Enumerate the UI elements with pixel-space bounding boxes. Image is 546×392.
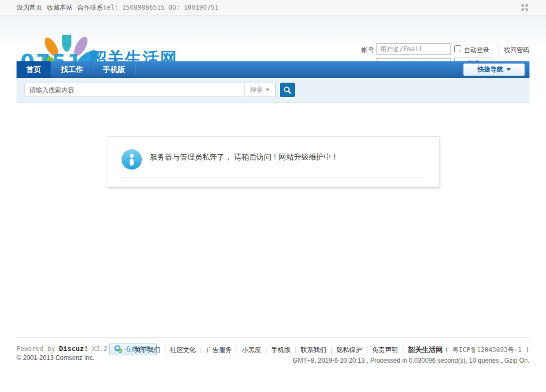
nav-separator [135, 65, 135, 75]
powered-version: X3.2 [92, 345, 108, 353]
search-button[interactable] [280, 83, 295, 97]
footer-divider [17, 337, 529, 338]
copyright-text: © 2001-2013 Comsenz Inc. [17, 354, 94, 362]
maintenance-notice-box: 服务器与管理员私奔了， 请稍后访问！网站升级维护中！ [107, 136, 439, 188]
cooperation-contact-link[interactable]: 合作联系 [77, 3, 103, 12]
contact-info-text: tel: 15089886515 QQ: 100190751 [103, 4, 219, 11]
discuz-brand-link[interactable]: Discuz! [59, 345, 88, 353]
search-band: 搜索 [17, 78, 529, 103]
quick-nav-button[interactable]: 快捷导航 [463, 63, 525, 76]
auto-login-checkbox[interactable] [454, 45, 461, 52]
icp-record-number: ( 粤ICP备12043693号-1 ) [445, 346, 529, 354]
notice-divider [122, 178, 424, 178]
footer-link-separator: | [331, 346, 332, 354]
magnifier-icon [283, 86, 292, 94]
nav-tab-jobs[interactable]: 找工作 [51, 61, 93, 78]
search-box: 搜索 [25, 83, 276, 97]
maintenance-message: 服务器与管理员私奔了， 请稍后访问！网站升级维护中！ [150, 151, 339, 162]
footer-link-separator: | [200, 346, 202, 354]
footer-link-mobile[interactable]: 手机版 [271, 346, 291, 354]
username-input[interactable] [376, 43, 451, 55]
nav-tab-mobile[interactable]: 手机版 [93, 61, 135, 78]
topbar: 设为首页 收藏本站 合作联系 tel: 15089886515 QQ: 1001… [0, 0, 546, 15]
footer-link-separator: | [164, 346, 166, 354]
search-type-dropdown[interactable]: 搜索 [244, 83, 275, 97]
auto-login-label: 自动登录 [464, 46, 489, 55]
nav-tab-home[interactable]: 首页 [17, 61, 51, 78]
footer-link-separator: | [295, 346, 296, 354]
footer-link-separator: | [366, 346, 368, 354]
footer-link-separator: | [402, 346, 404, 354]
footer-site-link[interactable]: 韶关生活网 [408, 346, 443, 354]
nav-items: 首页 找工作 手机版 [17, 61, 529, 78]
powered-prefix: Powered by [17, 345, 55, 353]
set-homepage-link[interactable]: 设为首页 [17, 3, 42, 12]
search-type-label: 搜索 [250, 85, 263, 94]
footer-link-disclaimer[interactable]: 免责声明 [372, 346, 398, 354]
page: 设为首页 收藏本站 合作联系 tel: 15089886515 QQ: 1001… [0, 0, 546, 392]
main-nav: 首页 找工作 手机版 快捷导航 [17, 61, 529, 78]
footer-links: 关于我们|社区文化|广告服务|小黑屋|手机版|联系我们|隐私保护|免责声明|韶关… [134, 345, 529, 355]
info-circle-icon [122, 149, 142, 170]
search-input[interactable] [25, 83, 244, 97]
footer-link-separator: | [236, 346, 237, 354]
chevron-down-icon [507, 68, 511, 71]
chevron-down-icon [266, 89, 270, 91]
fullscreen-expand-icon[interactable] [520, 3, 529, 12]
account-label: 帐号 [362, 46, 374, 55]
footer-link-separator: | [266, 346, 267, 354]
footer-link-privacy[interactable]: 隐私保护 [336, 346, 362, 354]
topbar-inner: 设为首页 收藏本站 合作联系 tel: 15089886515 QQ: 1001… [17, 0, 529, 15]
footer-stats-text: GMT+8, 2019-6-20 20:13 , Processed in 0.… [293, 357, 529, 364]
qq-chat-icon [114, 345, 123, 354]
header: 0751 韶关生活网 帐号 自动登录 找回密码 密码 登录 立即注册 [0, 15, 546, 61]
footer-link-about[interactable]: 关于我们 [134, 346, 160, 354]
bookmark-site-link[interactable]: 收藏本站 [47, 3, 73, 12]
find-password-link[interactable]: 找回密码 [504, 46, 529, 55]
quick-nav-label: 快捷导航 [478, 65, 503, 74]
powered-by-line: Powered by Discuz! X3.2 [17, 345, 107, 353]
footer-link-ads[interactable]: 广告服务 [206, 346, 231, 354]
footer-link-contact[interactable]: 联系我们 [301, 346, 326, 354]
footer-link-blackroom[interactable]: 小黑屋 [242, 346, 261, 354]
footer-link-community[interactable]: 社区文化 [170, 346, 196, 354]
